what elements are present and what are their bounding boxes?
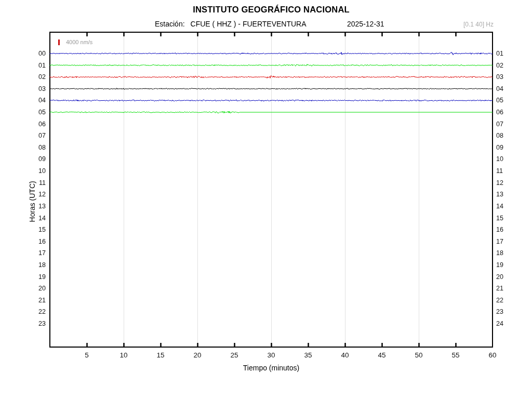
hour-label-left: 10 — [30, 167, 46, 175]
hour-label-right: 10 — [496, 155, 503, 163]
x-tick-label: 55 — [451, 351, 459, 359]
hour-label-left: 06 — [30, 121, 46, 128]
x-tick-label: 25 — [230, 351, 238, 359]
hour-label-left: 11 — [30, 179, 46, 187]
seismogram-canvas — [0, 0, 532, 399]
x-tick-label: 10 — [119, 351, 127, 359]
hour-label-right: 13 — [496, 191, 503, 198]
hour-label-right: 21 — [496, 285, 503, 292]
hour-label-left: 07 — [30, 132, 46, 139]
hour-label-left: 19 — [30, 273, 46, 281]
hour-label-left: 16 — [30, 238, 46, 245]
hour-label-right: 15 — [496, 215, 503, 222]
station-line: Estación:CFUE ( HHZ ) - FUERTEVENTURA — [155, 20, 307, 28]
hour-label-left: 23 — [30, 320, 46, 327]
hour-label-right: 03 — [496, 73, 503, 81]
hour-label-right: 05 — [496, 97, 503, 104]
hour-label-right: 14 — [496, 203, 503, 210]
hour-label-right: 08 — [496, 132, 503, 139]
hour-label-left: 01 — [30, 62, 46, 69]
x-tick-label: 5 — [85, 351, 89, 359]
date-label: 2025-12-31 — [347, 20, 384, 28]
x-tick-label: 30 — [267, 351, 275, 359]
hour-label-right: 17 — [496, 238, 503, 245]
hour-label-left: 00 — [30, 50, 46, 57]
hour-label-left: 14 — [30, 215, 46, 222]
hour-label-right: 20 — [496, 273, 503, 281]
station-value: CFUE ( HHZ ) - FUERTEVENTURA — [191, 20, 307, 28]
page-title: INSTITUTO GEOGRÁFICO NACIONAL — [193, 5, 350, 15]
hour-label-left: 02 — [30, 73, 46, 81]
hour-label-left: 09 — [30, 155, 46, 163]
hour-label-right: 02 — [496, 62, 503, 69]
hour-label-left: 12 — [30, 191, 46, 198]
hour-label-right: 06 — [496, 109, 503, 116]
x-tick-label: 20 — [193, 351, 201, 359]
hour-label-left: 21 — [30, 297, 46, 304]
x-tick-label: 50 — [415, 351, 422, 359]
x-tick-label: 40 — [341, 351, 349, 359]
hour-label-left: 20 — [30, 285, 46, 292]
hour-label-right: 11 — [496, 167, 503, 175]
hour-label-right: 22 — [496, 297, 503, 304]
x-tick-label: 60 — [488, 351, 496, 359]
hour-label-left: 08 — [30, 144, 46, 151]
x-tick-label: 35 — [304, 351, 312, 359]
hour-label-left: 05 — [30, 109, 46, 116]
x-axis-title: Tiempo (minutos) — [243, 364, 299, 372]
hour-label-right: 12 — [496, 179, 503, 187]
hour-label-right: 07 — [496, 121, 503, 128]
scale-marker-label: 4000 nm/s — [66, 39, 92, 45]
hour-label-left: 15 — [30, 226, 46, 233]
hour-label-right: 04 — [496, 85, 503, 92]
hour-label-left: 04 — [30, 97, 46, 104]
hour-label-right: 09 — [496, 144, 503, 151]
hour-label-right: 19 — [496, 261, 503, 269]
hour-label-left: 17 — [30, 249, 46, 257]
hour-label-right: 01 — [496, 50, 503, 57]
hour-label-left: 22 — [30, 308, 46, 315]
hour-label-right: 18 — [496, 249, 503, 257]
hour-label-left: 18 — [30, 261, 46, 269]
hour-label-right: 23 — [496, 308, 503, 315]
x-tick-label: 45 — [378, 351, 385, 359]
hour-label-right: 16 — [496, 226, 503, 233]
filter-band-label: [0.1 40] Hz — [463, 21, 494, 28]
helicorder-page: INSTITUTO GEOGRÁFICO NACIONAL Estación:C… — [0, 0, 532, 399]
hour-label-right: 24 — [496, 320, 503, 327]
hour-label-left: 13 — [30, 203, 46, 210]
scale-marker-bar — [58, 39, 60, 45]
station-label: Estación: — [155, 20, 185, 28]
x-tick-label: 15 — [156, 351, 164, 359]
hour-label-left: 03 — [30, 85, 46, 92]
